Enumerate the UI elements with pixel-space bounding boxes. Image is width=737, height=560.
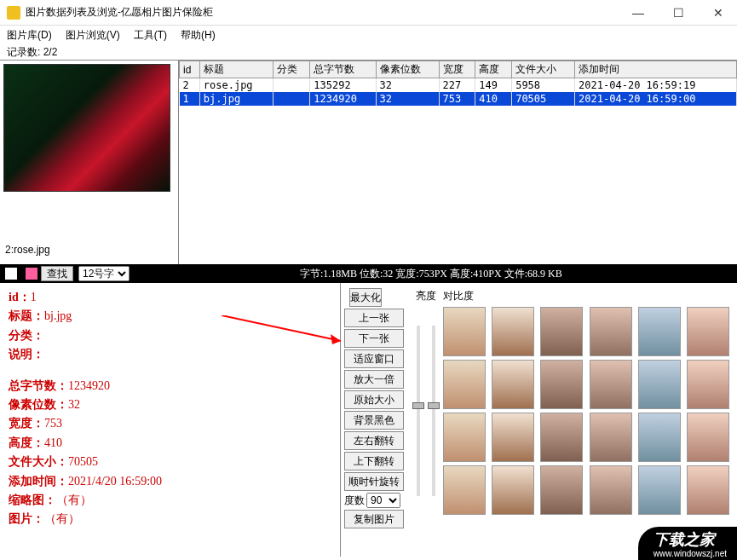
table-cell: 1 (180, 92, 200, 106)
prev-button[interactable]: 上一张 (344, 309, 404, 327)
col-header[interactable]: 宽度 (439, 61, 475, 78)
bits-label: 像素位数： (9, 398, 68, 411)
thumbnail[interactable] (687, 307, 729, 356)
bytes-label: 总字节数： (9, 379, 68, 392)
data-table: id标题分类总字节数像素位数宽度高度文件大小添加时间 2rose.jpg1352… (179, 61, 737, 106)
rotate-cw-button[interactable]: 顺时针旋转 (344, 472, 404, 491)
cat-label: 分类： (9, 329, 44, 342)
thumb-label: 缩略图： (9, 494, 56, 506)
thumbnail[interactable] (590, 465, 632, 515)
gallery-pane: 最大化 上一张 下一张 适应窗口 放大一倍 原始大小 背景黑色 左右翻转 上下翻… (341, 283, 737, 557)
preview-image[interactable] (3, 64, 170, 192)
table-row[interactable]: 1bj.jpg123492032753410705052021-04-20 16… (180, 92, 737, 106)
preview-caption: 2:rose.jpg (0, 242, 178, 257)
table-cell: 2021-04-20 16:59:00 (575, 92, 737, 106)
pic-value: （有） (44, 512, 80, 525)
table-cell: 32 (376, 78, 439, 93)
brightness-slider[interactable] (411, 305, 426, 517)
col-header[interactable]: 高度 (475, 61, 512, 78)
thumbnail[interactable] (638, 360, 681, 409)
thumbnail[interactable] (492, 465, 534, 515)
thumbnail[interactable] (540, 465, 583, 515)
col-header[interactable]: 总字节数 (310, 61, 376, 78)
contrast-slider[interactable] (426, 305, 441, 517)
maximize-view-button[interactable]: 最大化 (349, 288, 382, 307)
table-cell: 70505 (512, 92, 575, 106)
col-header[interactable]: 像素位数 (376, 61, 439, 78)
color-swatch-pink[interactable] (26, 268, 37, 280)
thumbnail[interactable] (638, 307, 681, 356)
contrast-label: 对比度 (443, 289, 474, 303)
menu-help[interactable]: 帮助(H) (181, 28, 216, 43)
table-row[interactable]: 2rose.jpg1352923222714959582021-04-20 16… (180, 78, 737, 93)
thumbnail[interactable] (492, 360, 534, 409)
col-header[interactable]: 分类 (273, 61, 310, 78)
table-cell: bj.jpg (199, 92, 273, 106)
title-label: 标题： (9, 309, 44, 322)
thumbnail[interactable] (638, 413, 681, 462)
menu-tools[interactable]: 工具(T) (134, 28, 167, 43)
flip-v-button[interactable]: 上下翻转 (344, 452, 404, 471)
degree-select[interactable]: 90 (366, 493, 400, 508)
thumbnail[interactable] (638, 465, 681, 515)
detail-pane: id：1 标题：bj.jpg 分类： 说明： 总字节数：1234920 像素位数… (0, 283, 341, 557)
watermark-name: 下载之家 (654, 531, 715, 548)
thumbnail[interactable] (590, 307, 632, 356)
time-label: 添加时间： (9, 475, 68, 488)
thumbnail[interactable] (590, 360, 632, 409)
record-count: 记录数: 2/2 (0, 44, 737, 60)
pic-label: 图片： (9, 512, 44, 525)
table-cell: 1234920 (310, 92, 376, 106)
table-cell (273, 78, 310, 93)
col-header[interactable]: id (180, 61, 200, 78)
copy-image-button[interactable]: 复制图片 (344, 510, 404, 528)
table-cell: 5958 (512, 78, 575, 93)
thumbnail[interactable] (492, 413, 534, 462)
thumbnail[interactable] (443, 360, 486, 409)
thumbnail[interactable] (443, 307, 486, 356)
thumbnail[interactable] (540, 413, 583, 462)
brightness-label: 亮度 (416, 289, 436, 303)
app-icon (7, 6, 20, 20)
thumbnail[interactable] (590, 413, 632, 462)
status-text: 字节:1.18MB 位数:32 宽度:753PX 高度:410PX 文件:68.… (300, 267, 562, 281)
menu-browse[interactable]: 图片浏览(V) (66, 28, 120, 43)
close-button[interactable]: ✕ (706, 4, 730, 21)
fit-window-button[interactable]: 适应窗口 (344, 349, 404, 368)
minimize-button[interactable]: — (625, 4, 651, 21)
menubar: 图片库(D) 图片浏览(V) 工具(T) 帮助(H) (0, 26, 737, 44)
col-header[interactable]: 标题 (199, 61, 273, 78)
color-swatch-white[interactable] (5, 268, 17, 280)
thumbnail[interactable] (540, 307, 583, 356)
col-header[interactable]: 文件大小 (512, 61, 575, 78)
thumbnail-grid (441, 305, 734, 517)
thumbnail[interactable] (443, 465, 486, 515)
data-table-pane[interactable]: id标题分类总字节数像素位数宽度高度文件大小添加时间 2rose.jpg1352… (179, 61, 737, 264)
height-label: 高度： (9, 436, 44, 449)
window-title: 图片数据列表及浏览-亿愿相片图片保险柜 (26, 5, 625, 20)
maximize-button[interactable]: ☐ (666, 4, 691, 21)
table-cell: 2 (180, 78, 200, 93)
thumbnail[interactable] (492, 307, 534, 356)
thumbnail[interactable] (687, 360, 729, 409)
thumbnail[interactable] (540, 360, 583, 409)
search-bar: 查找 12号字 字节:1.18MB 位数:32 宽度:753PX 高度:410P… (0, 264, 737, 283)
thumbnail[interactable] (443, 413, 486, 462)
col-header[interactable]: 添加时间 (575, 61, 737, 78)
next-button[interactable]: 下一张 (344, 329, 404, 348)
zoom-2x-button[interactable]: 放大一倍 (344, 370, 404, 389)
table-cell: 753 (439, 92, 475, 106)
black-bg-button[interactable]: 背景黑色 (344, 411, 404, 430)
original-size-button[interactable]: 原始大小 (344, 390, 404, 409)
time-value: 2021/4/20 16:59:00 (68, 475, 162, 488)
thumb-value: （有） (56, 494, 92, 506)
preview-pane: 2:rose.jpg (0, 61, 179, 264)
thumbnail[interactable] (687, 465, 729, 515)
flip-h-button[interactable]: 左右翻转 (344, 431, 404, 450)
thumbnail[interactable] (687, 413, 729, 462)
find-button[interactable]: 查找 (41, 266, 73, 281)
menu-library[interactable]: 图片库(D) (7, 28, 52, 43)
width-label: 宽度： (9, 417, 44, 430)
fsize-value: 70505 (68, 455, 98, 468)
font-size-select[interactable]: 12号字 (78, 266, 130, 281)
